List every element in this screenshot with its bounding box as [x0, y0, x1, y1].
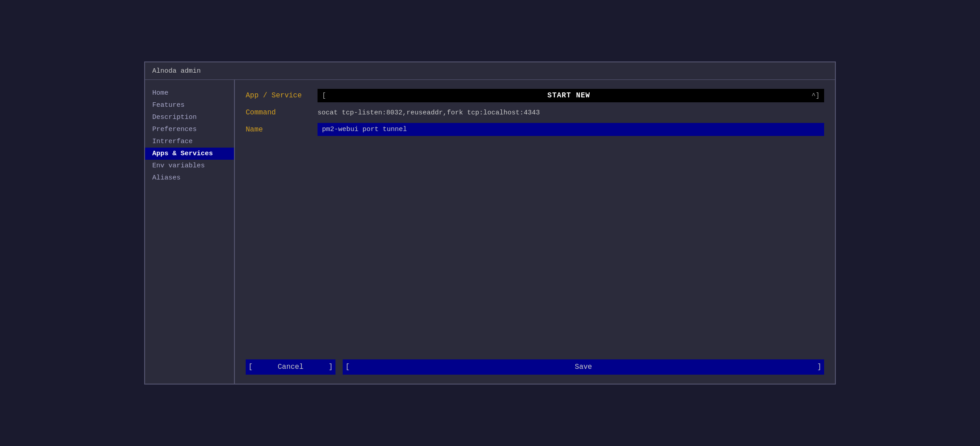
command-value: socat tcp-listen:8032,reuseaddr,fork tcp… — [318, 109, 824, 117]
name-field[interactable]: pm2-webui port tunnel — [318, 123, 824, 136]
save-label: Save — [353, 363, 815, 371]
app-title: Alnoda admin — [152, 67, 201, 75]
content-area: App / Service [ START NEW ^] Command soc… — [235, 80, 835, 384]
command-label: Command — [246, 109, 318, 117]
sidebar-item-env-variables[interactable]: Env variables — [145, 160, 234, 172]
sidebar-item-home[interactable]: Home — [145, 87, 234, 99]
save-close-bracket: ] — [814, 363, 824, 371]
save-open-bracket: [ — [343, 363, 353, 371]
sidebar-item-features[interactable]: Features — [145, 99, 234, 111]
command-row: Command socat tcp-listen:8032,reuseaddr,… — [246, 109, 824, 117]
cancel-open-bracket: [ — [246, 363, 256, 371]
dropdown-open-bracket: [ — [322, 92, 326, 100]
sidebar-item-intrerface[interactable]: Intrerface — [145, 136, 234, 148]
sidebar-item-apps-services[interactable]: Apps & Services — [145, 148, 234, 160]
save-button[interactable]: [ Save ] — [343, 359, 824, 375]
cancel-button[interactable]: [ Cancel ] — [246, 359, 335, 375]
app-service-value: START NEW — [326, 92, 812, 100]
cancel-close-bracket: ] — [326, 363, 335, 371]
sidebar-item-preferences[interactable]: Preferences — [145, 123, 234, 136]
app-service-dropdown[interactable]: [ START NEW ^] — [318, 89, 824, 102]
sidebar: Home Features Description Preferences In… — [145, 80, 235, 384]
cancel-label: Cancel — [256, 363, 326, 371]
sidebar-item-aliases[interactable]: Aliases — [145, 172, 234, 184]
app-service-row: App / Service [ START NEW ^] — [246, 89, 824, 102]
app-window: Alnoda admin Home Features Description P… — [144, 61, 836, 385]
name-row: Name pm2-webui port tunnel — [246, 123, 824, 136]
footer-buttons: [ Cancel ] [ Save ] — [246, 354, 824, 375]
main-layout: Home Features Description Preferences In… — [145, 80, 835, 384]
title-bar: Alnoda admin — [145, 62, 835, 80]
name-label: Name — [246, 126, 318, 134]
sidebar-item-description[interactable]: Description — [145, 111, 234, 123]
name-value: pm2-webui port tunnel — [322, 126, 407, 133]
app-service-label: App / Service — [246, 92, 318, 100]
dropdown-close-bracket: ^] — [812, 92, 820, 100]
form-section: App / Service [ START NEW ^] Command soc… — [246, 89, 824, 354]
